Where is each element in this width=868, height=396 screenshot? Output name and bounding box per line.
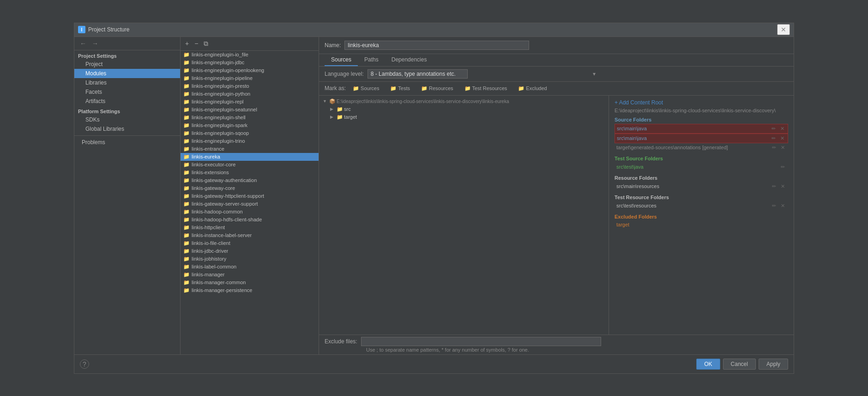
bottom-area: Exclude files: Use ; to separate name pa… bbox=[319, 335, 794, 354]
list-item[interactable]: 📁 linkis-httpclient bbox=[181, 224, 319, 232]
list-item[interactable]: 📁 linkis-engineplugin-trino bbox=[181, 137, 319, 145]
source-folder-row-2: src\main\java ✏ ✕ bbox=[615, 134, 788, 143]
folder-icon: 📁 bbox=[183, 287, 190, 293]
test-source-folders-section: Test Source Folders src\test\java ✏ bbox=[615, 156, 788, 171]
tab-paths[interactable]: Paths bbox=[358, 54, 385, 66]
folder-icon: 📁 bbox=[183, 240, 190, 246]
source-folder-path-1: src\main\java bbox=[617, 126, 768, 131]
folder-icon: 📁 bbox=[183, 115, 190, 121]
title-bar: I Project Structure ✕ bbox=[74, 23, 794, 37]
remove-module-button[interactable]: − bbox=[193, 39, 200, 48]
list-item[interactable]: 📁 linkis-jdbc-driver bbox=[181, 247, 319, 255]
close-button[interactable]: ✕ bbox=[777, 24, 790, 35]
list-item[interactable]: 📁 linkis-gateway-core bbox=[181, 184, 319, 192]
edit-source-folder-2-button[interactable]: ✏ bbox=[770, 135, 777, 142]
list-item[interactable]: 📁 linkis-manager bbox=[181, 271, 319, 279]
list-item[interactable]: 📁 linkis-manager-common bbox=[181, 279, 319, 286]
tree-src-item[interactable]: ▶ 📁 src bbox=[319, 105, 609, 113]
edit-source-folder-1-button[interactable]: ✏ bbox=[770, 125, 777, 132]
folder-icon: 📁 bbox=[183, 67, 190, 73]
list-item[interactable]: 📁 linkis-engineplugin-python bbox=[181, 90, 319, 98]
list-item-selected[interactable]: 📁 linkis-eureka bbox=[181, 153, 319, 161]
nav-forward-button[interactable]: → bbox=[90, 39, 100, 48]
list-item[interactable]: 📁 linkis-hadoop-common bbox=[181, 208, 319, 216]
ok-button[interactable]: OK bbox=[696, 359, 720, 370]
sidebar-item-project[interactable]: Project bbox=[74, 60, 180, 69]
sidebar-item-artifacts[interactable]: Artifacts bbox=[74, 97, 180, 106]
remove-test-resource-button[interactable]: ✕ bbox=[779, 202, 786, 209]
folder-icon: 📁 bbox=[183, 248, 190, 254]
folder-icon: 📁 bbox=[183, 272, 190, 278]
sidebar-item-libraries[interactable]: Libraries bbox=[74, 78, 180, 87]
tree-root-item[interactable]: ▼ 📦 E:\ideaproject\linkis\linkis-spring-… bbox=[319, 97, 609, 105]
sidebar-item-sdks[interactable]: SDKs bbox=[74, 115, 180, 124]
test-resource-folder-row: src\test\resources ✏ ✕ bbox=[615, 201, 788, 210]
list-item[interactable]: 📁 linkis-manager-persistence bbox=[181, 286, 319, 294]
remove-resource-button[interactable]: ✕ bbox=[779, 183, 786, 190]
list-item[interactable]: 📁 linkis-gateway-authentication bbox=[181, 177, 319, 184]
folder-icon: 📁 bbox=[183, 130, 190, 136]
language-level-select[interactable]: 8 - Lambdas, type annotations etc. bbox=[368, 69, 468, 79]
list-item[interactable]: 📁 linkis-gateway-server-support bbox=[181, 200, 319, 208]
list-item[interactable]: 📁 linkis-engineplugin-seatunnel bbox=[181, 106, 319, 114]
mark-tests-button[interactable]: 📁 Tests bbox=[386, 84, 414, 93]
folder-icon: 📁 bbox=[183, 225, 190, 231]
nav-back-button[interactable]: ← bbox=[78, 39, 88, 48]
list-item[interactable]: 📁 linkis-hadoop-hdfs-client-shade bbox=[181, 216, 319, 224]
list-item[interactable]: 📁 linkis-label-common bbox=[181, 263, 319, 271]
sidebar-item-facets[interactable]: Facets bbox=[74, 87, 180, 97]
mark-test-resources-button[interactable]: 📁 Test Resources bbox=[460, 84, 512, 93]
list-item[interactable]: 📁 linkis-engineplugin-jdbc bbox=[181, 59, 319, 67]
help-button[interactable]: ? bbox=[80, 359, 89, 369]
list-item[interactable]: 📁 linkis-gateway-httpclient-support bbox=[181, 192, 319, 200]
edit-generated-folder-button[interactable]: ✏ bbox=[771, 144, 778, 151]
list-item[interactable]: 📁 linkis-engineplugin-pipeline bbox=[181, 74, 319, 82]
add-content-root-button[interactable]: + Add Content Root bbox=[615, 99, 663, 106]
apply-button[interactable]: Apply bbox=[759, 359, 788, 370]
sidebar-item-modules[interactable]: Modules bbox=[74, 69, 180, 78]
edit-test-source-button[interactable]: ✏ bbox=[779, 164, 786, 171]
tab-sources[interactable]: Sources bbox=[325, 54, 358, 66]
edit-test-resource-button[interactable]: ✏ bbox=[771, 202, 778, 209]
list-item[interactable]: 📁 linkis-io-file-client bbox=[181, 239, 319, 247]
list-item[interactable]: 📁 linkis-executor-core bbox=[181, 161, 319, 169]
add-module-button[interactable]: + bbox=[183, 39, 191, 48]
list-item[interactable]: 📁 linkis-entrance bbox=[181, 145, 319, 153]
sidebar: ← → Project Settings Project Modules Lib… bbox=[74, 37, 181, 354]
list-item[interactable]: 📁 linkis-engineplugin-openlookeng bbox=[181, 67, 319, 74]
cancel-button[interactable]: Cancel bbox=[723, 359, 756, 370]
tab-dependencies[interactable]: Dependencies bbox=[385, 54, 434, 66]
list-item[interactable]: 📁 linkis-engineplugin-shell bbox=[181, 114, 319, 122]
list-item[interactable]: 📁 linkis-engineplugin-sqoop bbox=[181, 129, 319, 137]
copy-module-button[interactable]: ⧉ bbox=[202, 39, 210, 49]
tree-target-item[interactable]: ▶ 📁 target bbox=[319, 113, 609, 121]
list-item[interactable]: 📁 linkis-engineplugin-spark bbox=[181, 122, 319, 129]
folder-icon: 📁 bbox=[183, 75, 190, 81]
mark-resources-button[interactable]: 📁 Resources bbox=[417, 84, 458, 93]
mark-sources-button[interactable]: 📁 Sources bbox=[349, 84, 383, 93]
excluded-folders-section: Excluded Folders target bbox=[615, 214, 788, 228]
name-input[interactable] bbox=[344, 41, 529, 50]
remove-source-folder-1-button[interactable]: ✕ bbox=[779, 125, 786, 132]
sidebar-item-problems[interactable]: Problems bbox=[74, 138, 180, 147]
tree-target-arrow: ▶ bbox=[330, 115, 336, 119]
list-item[interactable]: 📁 linkis-engineplugin-repl bbox=[181, 98, 319, 106]
remove-source-folder-2-button[interactable]: ✕ bbox=[779, 135, 786, 142]
list-item[interactable]: 📁 linkis-engineplugin-io_file bbox=[181, 51, 319, 59]
resource-folders-section: Resource Folders src\main\resources ✏ ✕ bbox=[615, 175, 788, 191]
excluded-folder-row: target bbox=[615, 221, 788, 228]
tests-folder-icon: 📁 bbox=[390, 85, 397, 91]
remove-generated-folder-button[interactable]: ✕ bbox=[779, 144, 786, 151]
sidebar-item-global-libraries[interactable]: Global Libraries bbox=[74, 124, 180, 134]
edit-resource-button[interactable]: ✏ bbox=[771, 183, 778, 190]
test-resource-folder-path: src\test\resources bbox=[616, 203, 769, 208]
folder-icon: 📁 bbox=[183, 185, 190, 191]
mark-excluded-button[interactable]: 📁 Excluded bbox=[514, 84, 551, 93]
exclude-files-input[interactable] bbox=[361, 337, 601, 346]
folder-icon: 📁 bbox=[183, 107, 190, 113]
list-item[interactable]: 📁 linkis-engineplugin-presto bbox=[181, 82, 319, 90]
source-folders-section: Source Folders src\main\java ✏ ✕ src\mai… bbox=[615, 117, 788, 152]
list-item[interactable]: 📁 linkis-extensions bbox=[181, 169, 319, 177]
list-item[interactable]: 📁 linkis-instance-label-server bbox=[181, 232, 319, 239]
list-item[interactable]: 📁 linkis-jobhistory bbox=[181, 255, 319, 263]
